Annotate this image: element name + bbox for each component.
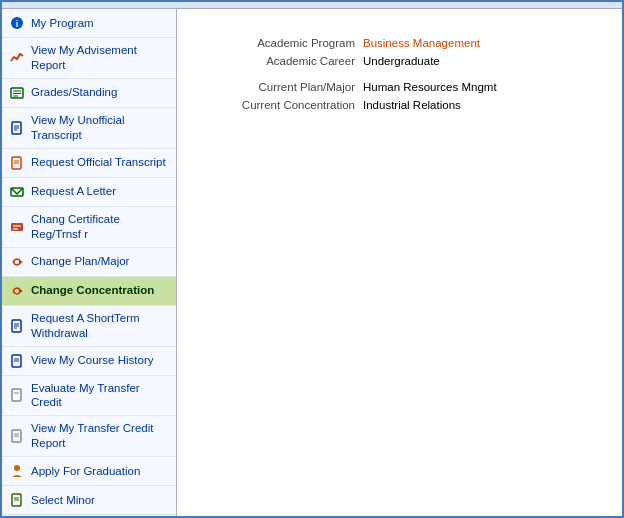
sidebar-item-view-advisement-report[interactable]: View My Advisement Report <box>2 38 176 79</box>
sidebar-item-view-unofficial-transcript[interactable]: View My Unofficial Transcript <box>2 108 176 149</box>
info-label-3: Current Concentration <box>203 99 363 111</box>
sidebar-item-grades-standing[interactable]: Grades/Standing <box>2 79 176 108</box>
sidebar-icon-change-concentration <box>8 282 26 300</box>
sidebar-label-chang-certificate: Chang Certificate Reg/Trnsf r <box>31 212 170 242</box>
svg-rect-14 <box>11 223 23 231</box>
info-label-1: Academic Career <box>203 55 363 67</box>
sidebar-item-change-concentration[interactable]: Change Concentration <box>2 277 176 306</box>
sidebar-item-chang-certificate[interactable]: Chang Certificate Reg/Trnsf r <box>2 207 176 248</box>
sidebar-icon-grades-standing <box>8 84 26 102</box>
info-row-3: Current ConcentrationIndustrial Relation… <box>203 99 606 111</box>
svg-marker-18 <box>19 289 23 293</box>
sidebar-item-view-course-history[interactable]: View My Course History <box>2 347 176 376</box>
sidebar-icon-view-advisement-report <box>8 49 26 67</box>
sidebar-label-view-transfer-credit-report: View My Transfer Credit Report <box>31 421 170 451</box>
sidebar-icon-request-official-transcript <box>8 154 26 172</box>
sidebar-item-request-official-transcript[interactable]: Request Official Transcript <box>2 149 176 178</box>
sidebar-item-evaluate-transfer-credit[interactable]: Evaluate My Transfer Credit <box>2 376 176 417</box>
sidebar-icon-request-a-letter <box>8 183 26 201</box>
info-label-0: Academic Program <box>203 37 363 49</box>
sidebar-item-my-program[interactable]: iMy Program <box>2 9 176 38</box>
app-container: iMy ProgramView My Advisement ReportGrad… <box>0 0 624 518</box>
sidebar-label-view-unofficial-transcript: View My Unofficial Transcript <box>31 113 170 143</box>
sidebar-label-evaluate-transfer-credit: Evaluate My Transfer Credit <box>31 381 170 411</box>
sidebar-label-select-minor: Select Minor <box>31 493 95 508</box>
info-value-2: Human Resources Mngmt <box>363 81 497 93</box>
info-row-0: Academic ProgramBusiness Management <box>203 37 606 49</box>
sidebar-icon-select-minor <box>8 491 26 509</box>
info-value-0[interactable]: Business Management <box>363 37 480 49</box>
sidebar-icon-request-short-term-withdrawal <box>8 317 26 335</box>
sidebar-label-request-official-transcript: Request Official Transcript <box>31 155 166 170</box>
sidebar-label-change-concentration: Change Concentration <box>31 283 154 298</box>
sidebar-label-apply-for-graduation: Apply For Graduation <box>31 464 140 479</box>
sidebar-item-request-a-letter[interactable]: Request A Letter <box>2 178 176 207</box>
sidebar-icon-view-unofficial-transcript <box>8 119 26 137</box>
sidebar-item-view-transfer-credit-report[interactable]: View My Transfer Credit Report <box>2 416 176 457</box>
sidebar-icon-chang-certificate <box>8 218 26 236</box>
sidebar-icon-apply-for-graduation <box>8 462 26 480</box>
info-row-1: Academic CareerUndergraduate <box>203 55 606 67</box>
sidebar-item-apply-for-graduation[interactable]: Apply For Graduation <box>2 457 176 486</box>
sidebar-label-change-plan-major: Change Plan/Major <box>31 254 129 269</box>
info-table: Academic ProgramBusiness ManagementAcade… <box>203 37 606 111</box>
svg-text:i: i <box>16 19 19 29</box>
sidebar-item-change-plan-major[interactable]: Change Plan/Major <box>2 248 176 277</box>
sidebar: iMy ProgramView My Advisement ReportGrad… <box>2 9 177 516</box>
sidebar-label-request-a-letter: Request A Letter <box>31 184 116 199</box>
sidebar-label-request-short-term-withdrawal: Request A ShortTerm Withdrawal <box>31 311 170 341</box>
sidebar-label-view-advisement-report: View My Advisement Report <box>31 43 170 73</box>
sidebar-icon-view-course-history <box>8 352 26 370</box>
main-layout: iMy ProgramView My Advisement ReportGrad… <box>2 9 622 516</box>
sidebar-label-my-program: My Program <box>31 16 94 31</box>
info-label-2: Current Plan/Major <box>203 81 363 93</box>
sidebar-item-view-graduation-status[interactable]: View My Graduation Status <box>2 515 176 516</box>
svg-point-31 <box>14 465 20 471</box>
svg-marker-17 <box>19 260 23 264</box>
info-value-3: Industrial Relations <box>363 99 461 111</box>
sidebar-icon-view-transfer-credit-report <box>8 427 26 445</box>
sidebar-item-request-short-term-withdrawal[interactable]: Request A ShortTerm Withdrawal <box>2 306 176 347</box>
sidebar-icon-evaluate-transfer-credit <box>8 386 26 404</box>
info-row-2: Current Plan/MajorHuman Resources Mngmt <box>203 81 606 93</box>
content-area: Academic ProgramBusiness ManagementAcade… <box>177 9 622 516</box>
sidebar-label-grades-standing: Grades/Standing <box>31 85 117 100</box>
sidebar-label-view-course-history: View My Course History <box>31 353 154 368</box>
sidebar-item-select-minor[interactable]: Select Minor <box>2 486 176 515</box>
student-name-bar <box>2 2 622 9</box>
sidebar-icon-my-program: i <box>8 14 26 32</box>
svg-rect-26 <box>12 389 21 401</box>
sidebar-icon-change-plan-major <box>8 253 26 271</box>
info-value-1: Undergraduate <box>363 55 440 67</box>
